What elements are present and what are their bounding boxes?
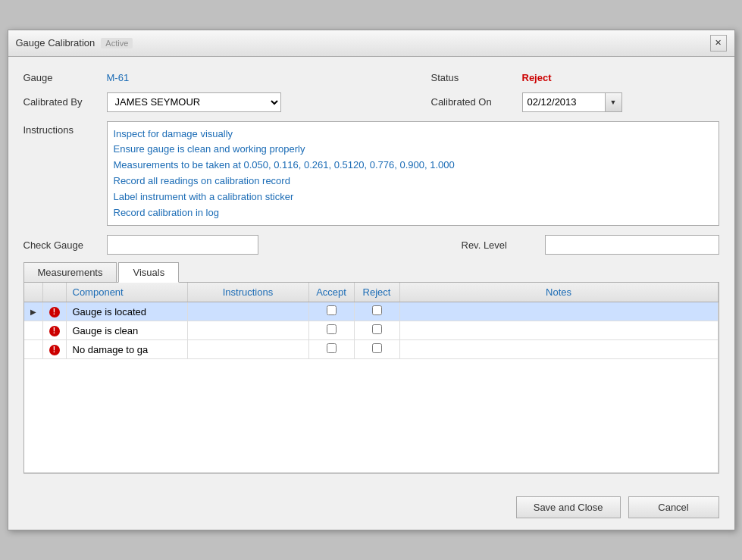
header-component: Component	[66, 283, 187, 302]
row-accept-1[interactable]	[308, 302, 354, 321]
row-arrow-3	[24, 340, 43, 359]
check-gauge-label: Check Gauge	[23, 239, 107, 251]
calibrated-by-label: Calibrated By	[23, 96, 107, 108]
calibrated-on-group: Calibrated On 02/12/2013 ▼	[431, 92, 719, 112]
title-bar-left: Gauge Calibration Active	[16, 37, 133, 48]
rev-level-label: Rev. Level	[462, 239, 545, 251]
gauge-status-row: Gauge M-61 Status Reject	[23, 72, 719, 83]
row-accept-3[interactable]	[308, 340, 354, 359]
instructions-label: Instructions	[23, 121, 107, 136]
calibrated-row: Calibrated By JAMES SEYMOUR Calibrated O…	[23, 92, 719, 112]
row-reject-1[interactable]	[354, 302, 399, 321]
row-notes-2	[399, 321, 718, 340]
window-title: Gauge Calibration	[16, 37, 95, 48]
header-notes: Notes	[399, 283, 718, 302]
row-error-1: !	[42, 302, 66, 321]
instruction-line-6: Record calibration in log	[114, 205, 712, 221]
row-component-3: No damage to ga	[66, 340, 187, 359]
instruction-line-4: Record all readings on calibration recor…	[114, 174, 712, 189]
tab-visuals[interactable]: Visuals	[118, 262, 179, 283]
date-dropdown-button[interactable]: ▼	[606, 92, 622, 112]
error-icon-3: !	[49, 345, 60, 355]
instruction-line-3: Measurements to be taken at 0.050, 0.116…	[114, 158, 712, 174]
row-notes-3	[399, 340, 718, 359]
row-reject-3[interactable]	[354, 340, 399, 359]
header-instructions: Instructions	[187, 283, 308, 302]
header-error	[42, 283, 66, 302]
row-error-2: !	[42, 321, 66, 340]
status-value: Reject	[522, 72, 552, 83]
rev-level-input[interactable]	[545, 235, 719, 255]
row-component-1: Gauge is located	[66, 302, 187, 321]
header-accept: Accept	[308, 283, 354, 302]
visuals-table: Component Instructions Accept Reject Not…	[24, 283, 719, 473]
empty-cell	[24, 359, 719, 473]
calibrated-by-select[interactable]: JAMES SEYMOUR	[107, 92, 281, 112]
tabs: Measurements Visuals	[23, 262, 719, 283]
status-group: Status Reject	[431, 72, 719, 83]
reject-checkbox-1[interactable]	[372, 305, 382, 315]
instruction-line-1: Inspect for damage visually	[114, 127, 712, 142]
row-instructions-3	[187, 340, 308, 359]
visuals-table-container: Component Instructions Accept Reject Not…	[23, 283, 719, 474]
gauge-value: M-61	[107, 72, 130, 83]
row-component-2: Gauge is clean	[66, 321, 187, 340]
tab-measurements[interactable]: Measurements	[23, 262, 117, 282]
footer-buttons: Save and Close Cancel	[8, 485, 734, 530]
instruction-line-2: Ensure gauge is clean and working proper…	[114, 142, 712, 158]
close-button[interactable]: ✕	[710, 35, 727, 52]
header-reject: Reject	[354, 283, 399, 302]
accept-checkbox-1[interactable]	[327, 305, 337, 315]
row-instructions-1	[187, 302, 308, 321]
row-arrow-2	[24, 321, 43, 340]
row-arrow-1: ▶	[24, 302, 43, 321]
active-badge: Active	[101, 38, 133, 48]
status-label: Status	[431, 72, 515, 83]
row-error-3: !	[42, 340, 66, 359]
error-icon-2: !	[49, 326, 60, 336]
table-body: ▶ ! Gauge is located ! Gauge is clean	[24, 302, 719, 473]
row-notes-1	[399, 302, 718, 321]
instructions-box: Inspect for damage visually Ensure gauge…	[107, 121, 719, 227]
row-instructions-2	[187, 321, 308, 340]
accept-checkbox-3[interactable]	[327, 343, 337, 353]
row-accept-2[interactable]	[308, 321, 354, 340]
table-row[interactable]: ! Gauge is clean	[24, 321, 719, 340]
cancel-button[interactable]: Cancel	[628, 496, 719, 518]
calibrated-on-label: Calibrated On	[431, 96, 515, 108]
header-arrow	[24, 283, 43, 302]
table-row[interactable]: ! No damage to ga	[24, 340, 719, 359]
reject-checkbox-2[interactable]	[372, 324, 382, 334]
check-rev-row: Check Gauge Rev. Level	[23, 235, 719, 255]
instruction-line-5: Label instrument with a calibration stic…	[114, 189, 712, 205]
calibrated-on-input[interactable]: 02/12/2013	[522, 92, 606, 112]
table-row[interactable]: ▶ ! Gauge is located	[24, 302, 719, 321]
gauge-label: Gauge	[23, 72, 107, 83]
row-reject-2[interactable]	[354, 321, 399, 340]
form-content: Gauge M-61 Status Reject Calibrated By J…	[8, 57, 734, 486]
title-bar: Gauge Calibration Active ✕	[8, 30, 734, 57]
instructions-row: Instructions Inspect for damage visually…	[23, 121, 719, 227]
table-header-row: Component Instructions Accept Reject Not…	[24, 283, 719, 302]
check-gauge-input[interactable]	[107, 235, 258, 255]
error-icon-1: !	[49, 307, 60, 318]
empty-row	[24, 359, 719, 473]
reject-checkbox-3[interactable]	[372, 343, 382, 353]
save-close-button[interactable]: Save and Close	[516, 496, 621, 518]
accept-checkbox-2[interactable]	[327, 324, 337, 334]
date-wrapper: 02/12/2013 ▼	[522, 92, 622, 112]
gauge-calibration-window: Gauge Calibration Active ✕ Gauge M-61 St…	[8, 30, 735, 531]
